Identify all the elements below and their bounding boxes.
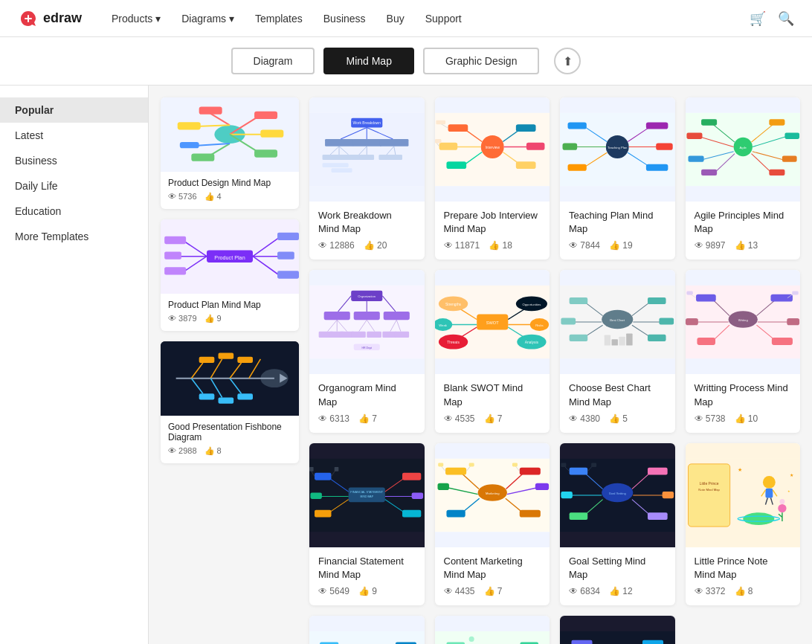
svg-text:Teaching Plan: Teaching Plan [608,146,628,149]
sidebar-item-education[interactable]: Education [0,199,148,224]
card-thumb: Goal Setting [560,443,675,547]
svg-rect-14 [260,130,283,138]
card-body: Product Design Mind Map 👁 5736 👍 4 [161,172,299,209]
card-thumb: Product Plan [161,219,299,294]
svg-rect-103 [568,164,587,171]
card-writing-process[interactable]: Writing [686,270,801,432]
card-body: Writting Process Mind Map 👁 5738 👍 10 [686,374,801,432]
svg-rect-143 [351,332,366,338]
card-creative-thinking[interactable]: Creative [560,616,675,644]
card-title: Agile Principles Mind Map [695,209,792,236]
nav-templates[interactable]: Templates [255,13,303,25]
card-goal-setting[interactable]: Goal Setting [560,443,675,605]
empty-slot [686,616,801,644]
nav-buy[interactable]: Buy [387,13,405,25]
card-meta: 👁 7844 👍 19 [569,240,666,251]
card-thumb: Writing [686,270,801,374]
sidebar-cards-col: Product Design Mind Map 👁 5736 👍 4 Pr [161,97,299,644]
svg-text:Interview: Interview [485,146,500,149]
svg-text:HR Dept: HR Dept [362,347,372,350]
card-meta: 👁 5649 👍 9 [318,586,416,596]
card-views: 👁 5736 [168,192,197,202]
svg-rect-123 [784,133,799,139]
views: 👁 9897 [695,240,726,251]
cart-icon[interactable]: 🛒 [750,10,766,27]
svg-rect-221 [310,492,321,498]
svg-rect-122 [769,119,784,125]
svg-rect-70 [387,155,402,160]
views: 👁 7844 [569,240,600,251]
card-work-breakdown[interactable]: Work Breakdown [309,97,425,260]
card-title: Choose Best Chart Mind Map [569,381,666,408]
svg-rect-45 [199,394,215,400]
nav-products[interactable]: Products ▾ [112,13,161,25]
nav-right: 🛒 🔍 [750,10,794,27]
sidebar-item-daily-life[interactable]: Daily Life [0,173,148,199]
svg-rect-44 [237,357,253,363]
card-thumb: Execution Plan [435,616,550,644]
card-thumb: Interview [435,97,550,202]
card-body: Prepare Job Interview Mind Map 👁 11871 👍… [435,202,550,260]
card-fishbone[interactable]: Good Presentation Fishbone Diagram 👁 298… [161,341,299,463]
card-job-interview[interactable]: Interview [435,97,550,260]
svg-rect-220 [315,473,331,480]
card-meta: 👁 3879 👍 9 [168,314,291,323]
card-best-chart[interactable]: Best Chart [560,270,675,432]
card-meta: 👁 3372 👍 8 [695,586,792,596]
card-organogram[interactable]: Organization [309,270,425,432]
card-body: Little Prince Note Mind Map 👁 3372 👍 8 [686,547,801,605]
svg-rect-264 [663,492,674,498]
search-icon[interactable]: 🔍 [778,10,794,27]
svg-text:Goal Setting: Goal Setting [609,492,627,495]
card-project-roadmap[interactable]: Roadmap [309,616,425,644]
sidebar-item-popular[interactable]: Popular [0,97,148,123]
card-body: Blank SWOT Mind Map 👁 4535 👍 7 [435,374,550,432]
card-agile-principles[interactable]: Agile [686,97,801,260]
card-body: Product Plan Mind Map 👁 3879 👍 9 [161,294,299,331]
card-little-prince[interactable]: Little Prince Note Mind Map [686,443,801,605]
tab-graphic-design[interactable]: Graphic Design [423,48,540,74]
sidebar-item-latest[interactable]: Latest [0,123,148,148]
svg-rect-105 [656,144,672,150]
card-product-execution[interactable]: Execution Plan [435,616,550,644]
views: 👁 11871 [444,240,480,251]
svg-rect-333 [642,640,663,644]
card-financial-statement[interactable]: FINANCIAL STATEMENT MIND MAP [309,443,425,605]
likes: 👍 12 [609,586,633,596]
nav-diagrams[interactable]: Diagrams ▾ [181,13,234,25]
svg-rect-87 [515,161,535,169]
svg-text:Analysis: Analysis [524,341,538,344]
card-body: Content Marketing Mind Map 👁 4435 👍 7 [435,547,550,605]
card-body: Organogram Mind Map 👁 6313 👍 7 [309,374,425,432]
svg-rect-134 [384,312,410,320]
card-product-plan[interactable]: Product Plan [161,219,299,331]
upload-button[interactable]: ⬆ [554,48,581,74]
svg-text:Marketing: Marketing [486,492,500,495]
card-body: Teaching Plan Mind Map 👁 7844 👍 19 [560,202,675,260]
grid-area: Product Design Mind Map 👁 5736 👍 4 Pr [149,86,812,644]
likes: 👍 19 [609,240,633,251]
likes: 👍 5 [609,413,628,424]
card-teaching-plan[interactable]: Teaching Plan [560,97,675,260]
logo[interactable]: edraw [18,8,82,29]
svg-rect-205 [771,338,792,345]
card-content-marketing[interactable]: Marketing [435,443,550,605]
svg-text:★: ★ [790,473,793,477]
nav-support[interactable]: Support [425,13,462,25]
nav-business[interactable]: Business [323,13,366,25]
tab-diagram[interactable]: Diagram [231,48,315,74]
svg-rect-250 [512,463,517,466]
sidebar-item-more-templates[interactable]: More Templates [0,224,148,249]
svg-rect-72 [331,168,352,173]
card-product-design[interactable]: Product Design Mind Map 👁 5736 👍 4 [161,97,299,209]
svg-rect-246 [438,463,443,466]
likes: 👍 9 [358,586,377,596]
tab-mindmap[interactable]: Mind Map [323,48,413,74]
card-title: Financial Statement Mind Map [318,555,416,582]
svg-rect-185 [659,318,674,325]
sidebar-item-business[interactable]: Business [0,148,148,173]
card-swot[interactable]: SWOT Strengths Weak [435,270,550,432]
likes: 👍 13 [735,240,758,251]
card-body: Agile Principles Mind Map 👁 9897 👍 13 [686,202,801,260]
svg-rect-25 [164,236,186,244]
